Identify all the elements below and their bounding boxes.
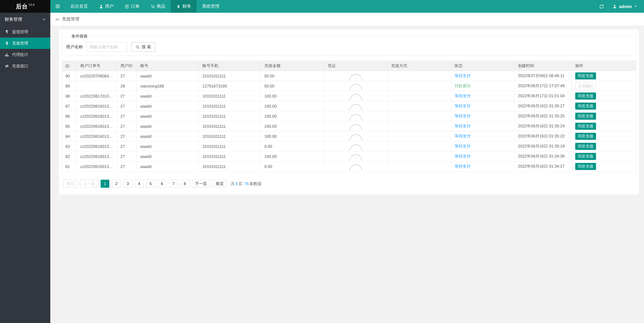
cell-created: 2022年06月16日 01:35:25 [514,111,572,121]
status-badge: 等待支付 [454,144,470,148]
recharge-action-button[interactable]: 同意充值 [575,92,596,100]
cell-order-no: cz2022070908461... [77,71,117,81]
status-badge: 等待支付 [454,73,470,78]
status-badge: 等待支付 [454,164,470,169]
table-header: ID商户订单号用户ID账号账号手机充值金额凭证充值方式状态创建时间操作 [62,61,636,71]
broken-image-arc-icon[interactable] [328,152,384,161]
cell-method [388,141,451,151]
admin-page: 后台 V1.0 后台首页 用户 订单 [0,0,644,323]
recharge-action-button[interactable]: 同意充值 [575,123,596,130]
goods-cart-icon [150,4,155,9]
nav-item-dashboard[interactable]: 后台首页 [65,0,93,13]
column-header: 创建时间 [514,61,572,71]
pagination-page-button[interactable]: 6 [158,180,166,188]
pagination-page-button[interactable]: 7 [169,180,178,188]
menu-toggle-button[interactable] [50,0,65,13]
cell-order-no: cz2022061601352... [77,121,117,131]
refresh-button[interactable] [594,0,609,13]
cell-status: 等待支付 [451,121,514,131]
broken-image-arc-icon[interactable] [328,92,384,100]
pagination-next-button[interactable]: 下一页 [192,180,210,188]
table-row: 84 cz2022061601352... 27 aaadd 101010111… [62,131,636,141]
broken-image-arc-icon[interactable] [328,122,384,131]
broken-image-arc-icon[interactable] [328,112,384,120]
search-button[interactable]: 搜 索 [131,42,156,52]
cell-voucher [324,71,388,81]
cell-status: 等待支付 [451,91,514,101]
recharge-action-button[interactable]: 同意充值 [575,163,596,170]
username-input[interactable] [86,42,128,52]
cell-action: 同意充值 [572,91,636,101]
cell-id: 82 [62,151,77,161]
cell-user-id: 27 [117,101,137,111]
broken-image-arc-icon[interactable] [328,72,384,80]
pagination-page-button[interactable]: 1 [100,180,109,188]
cell-amount: 100.00 [261,101,324,111]
recharge-action-button[interactable]: 同意充值 [575,133,596,140]
cell-id: 85 [62,121,77,131]
recharge-action-button[interactable]: 同意充值 [575,113,596,120]
pagination-last-button[interactable]: 尾页 [213,180,227,188]
cell-status: 等待支付 [451,111,514,121]
nav-item-system[interactable]: 系统管理 [196,0,225,13]
recharge-action-button[interactable]: 同意充值 [575,143,596,150]
pagination-page-button[interactable]: 5 [146,180,155,188]
broken-image-arc-icon[interactable] [328,162,384,171]
cell-account: aaadd [137,131,199,141]
column-header: 充值方式 [388,61,451,71]
cell-id: 89 [62,81,77,91]
table-row: 86 cz2022061601352... 27 aaadd 101010111… [62,111,636,121]
recharge-action-button[interactable]: 同意充值 [575,103,596,110]
cell-user-id: 27 [117,141,137,151]
cell-account: aaadd [137,161,199,171]
broken-image-arc-icon[interactable] [328,142,384,151]
cell-voucher [324,121,388,131]
status-badge: 等待支付 [454,114,470,118]
cell-id: 84 [62,131,77,141]
recharge-action-button[interactable]: 同意充值 [575,72,596,79]
cell-voucher [324,111,388,121]
cell-phone: 10101011111 [199,101,261,111]
table-row: 90 cz2022070908461... 27 aaadd 101010111… [62,71,636,81]
sidebar-item-recharge-api[interactable]: ⇄ 充值接口 [0,60,50,72]
nav-item-goods[interactable]: 商品 [145,0,171,13]
cell-account: aaadd [137,101,199,111]
cell-action: 同意充值 [572,101,636,111]
column-header: ID [62,61,77,71]
broken-image-arc-icon[interactable] [328,132,384,141]
nav-item-users[interactable]: 用户 [93,0,119,13]
column-header: 操作 [572,61,636,71]
pagination-page-button[interactable]: 4 [135,180,144,188]
column-header: 充值金额 [261,61,324,71]
cell-action: 同意充值 [572,71,636,81]
nav-item-orders[interactable]: 订单 [119,0,145,13]
cell-id: 90 [62,71,77,81]
sidebar-group-finance[interactable]: 财务管理 [0,13,50,26]
sidebar-item-agent-stats[interactable]: 代理统计 [0,49,50,60]
username: admin [619,4,632,9]
broken-image-arc-icon[interactable] [328,82,384,90]
user-menu[interactable]: admin [609,0,644,13]
cell-id: 87 [62,101,77,111]
broken-image-arc-icon[interactable] [328,102,384,110]
table-body: 90 cz2022070908461... 27 aaadd 101010111… [62,71,636,171]
recharge-action-button[interactable]: 同意充值 [575,153,596,160]
cell-amount: 0.00 [261,141,324,151]
breadcrumb: ≫ 充值管理 [50,13,644,25]
cell-created: 2022年06月16日 01:34:27 [514,161,572,171]
cell-user-id: 27 [117,121,137,131]
cell-voucher [324,141,388,151]
status-badge: 付款成功 [454,83,470,88]
recharge-action-button[interactable]: 充值确认 [575,82,596,89]
app-version: V1.0 [29,3,34,6]
sidebar-item-withdraw[interactable]: ₹ 提现管理 [0,26,50,37]
cell-order-no: cz2022061601352... [77,131,117,141]
cell-user-id: 27 [117,151,137,161]
pagination-page-button[interactable]: 2 [112,180,121,188]
pagination-page-button[interactable]: 8 [180,180,189,188]
pagination-page-button[interactable]: 3 [124,180,132,188]
sidebar-item-recharge[interactable]: $ 充值管理 [0,37,50,49]
cell-method [388,121,451,131]
nav-item-finance[interactable]: ¥ 财务 [171,0,196,13]
cell-created: 2022年06月16日 01:35:22 [514,131,572,141]
